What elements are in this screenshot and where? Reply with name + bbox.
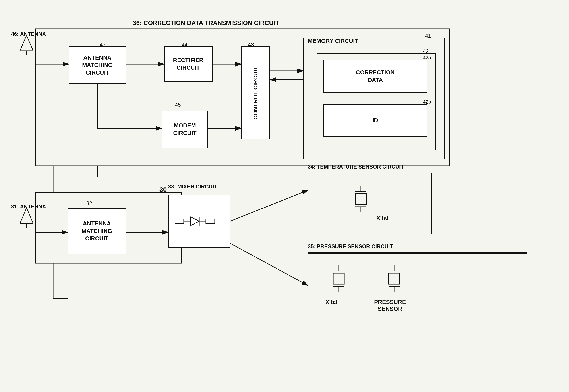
svg-line-27 — [27, 208, 33, 224]
xtal-35-symbol — [325, 266, 352, 297]
svg-line-18 — [230, 243, 308, 285]
svg-rect-39 — [355, 194, 366, 205]
antenna-31-label: 31: ANTENNA — [11, 204, 46, 210]
svg-rect-35 — [206, 219, 215, 224]
svg-line-26 — [20, 208, 27, 224]
ref-43: 43 — [248, 42, 254, 48]
ref-44: 44 — [182, 42, 188, 48]
ref-42b: 42b — [423, 99, 431, 105]
diagram-container: 36: CORRECTION DATA TRANSMISSION CIRCUIT… — [9, 9, 560, 383]
box-mixer-33 — [168, 195, 230, 248]
antenna-46 — [18, 35, 35, 55]
ref-47: 47 — [100, 42, 106, 48]
antenna-31 — [18, 208, 35, 228]
svg-rect-49 — [389, 273, 400, 284]
xtal-34-symbol — [348, 186, 374, 213]
pressure-sensor-35-label: PRESSURE SENSOR — [374, 299, 406, 312]
svg-line-23 — [27, 35, 33, 51]
pressure-sensor-label: 35: PRESSURE SENSOR CIRCUIT — [308, 243, 393, 250]
box-modem-45: MODEM CIRCUIT — [162, 111, 208, 148]
box-antenna-matching-47: ANTENNA MATCHING CIRCUIT — [69, 46, 126, 84]
antenna-46-label: 46: ANTENNA — [11, 31, 46, 37]
svg-rect-44 — [333, 273, 344, 284]
svg-line-22 — [20, 35, 27, 51]
box-pressure-sensor-35 — [308, 252, 527, 253]
svg-rect-30 — [175, 219, 184, 224]
xtal-35-label: X'tal — [325, 299, 337, 306]
memory-circuit-label: MEMORY CIRCUIT — [308, 38, 358, 44]
pressure-sensor-symbol — [381, 266, 407, 297]
ref-45: 45 — [175, 102, 181, 108]
xtal-34-label: X'tal — [376, 215, 388, 222]
ref-32: 32 — [86, 200, 92, 206]
ref-42: 42 — [423, 48, 429, 55]
block-30-label: 30 — [160, 186, 167, 193]
box-correction-data-42a: CORRECTION DATA — [323, 60, 427, 93]
box-antenna-matching-32: ANTENNA MATCHING CIRCUIT — [68, 208, 126, 254]
ref-42a: 42a — [423, 55, 431, 61]
box-id-42b: ID — [323, 104, 427, 137]
svg-line-17 — [230, 190, 308, 221]
box-rectifier-44: RECTIFIER CIRCUIT — [164, 46, 213, 82]
temp-sensor-label: 34: TEMPERATURE SENSOR CIRCUIT — [308, 164, 404, 170]
svg-marker-32 — [190, 217, 199, 226]
correction-circuit-label: 36: CORRECTION DATA TRANSMISSION CIRCUIT — [133, 19, 279, 27]
mixer-label: 33: MIXER CIRCUIT — [168, 184, 217, 190]
ref-41: 41 — [425, 33, 431, 39]
box-control-circuit-43: CONTROL CIRCUIT — [241, 46, 270, 139]
